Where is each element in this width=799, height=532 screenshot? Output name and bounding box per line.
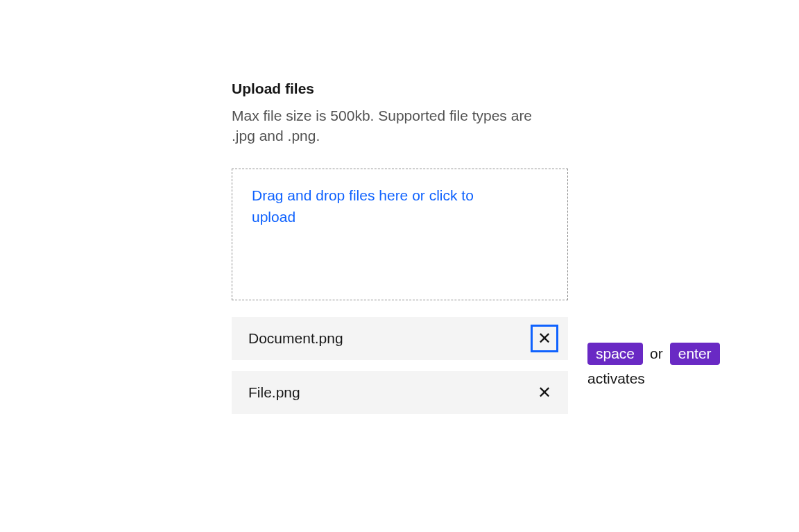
uploaded-file-row: File.png ✕ — [232, 371, 568, 414]
hint-verb-text: activates — [587, 370, 720, 387]
remove-file-button[interactable]: ✕ — [531, 379, 558, 406]
file-name-label: Document.png — [248, 330, 343, 347]
key-enter: enter — [670, 343, 720, 365]
dropzone-instructions: Drag and drop files here or click to upl… — [252, 185, 474, 228]
uploaded-file-row: Document.png ✕ — [232, 317, 568, 360]
file-dropzone[interactable]: Drag and drop files here or click to upl… — [232, 169, 568, 300]
file-name-label: File.png — [248, 384, 300, 401]
remove-file-button[interactable]: ✕ — [531, 325, 558, 352]
close-icon: ✕ — [538, 330, 551, 347]
hint-or-text: or — [650, 345, 663, 362]
hint-keys-row: space or enter — [587, 343, 720, 365]
upload-title: Upload files — [232, 80, 752, 97]
close-icon: ✕ — [538, 384, 551, 401]
upload-description: Max file size is 500kb. Supported file t… — [232, 105, 537, 146]
keyboard-hint: space or enter activates — [587, 343, 720, 387]
key-space: space — [587, 343, 643, 365]
